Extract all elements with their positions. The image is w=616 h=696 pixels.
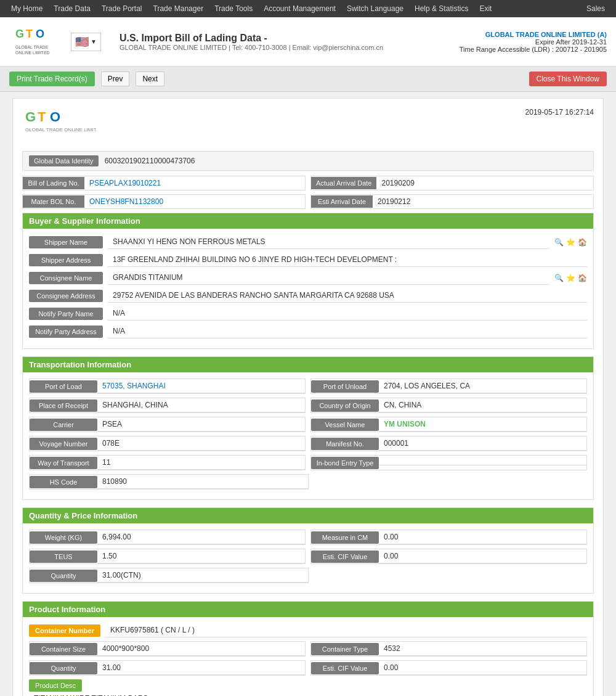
bol-field: Bill of Lading No. PSEAPLAX19010221 xyxy=(22,176,306,190)
weight-value: 6,994.00 xyxy=(97,530,305,544)
shipper-name-label: Shipper Name xyxy=(29,236,103,248)
inbond-entry-field: In-bond Entry Type xyxy=(310,455,587,470)
home-icon[interactable]: 🏠 xyxy=(578,238,587,247)
way-of-transport-value: 11 xyxy=(97,456,305,470)
svg-text:O: O xyxy=(36,28,44,40)
product-desc-value: TITANIUM WIRE TITANIUM BARS xyxy=(29,692,587,696)
container-type-value: 4532 xyxy=(379,642,586,656)
top-navigation: My Home Trade Data Trade Portal Trade Ma… xyxy=(0,0,616,17)
nav-trade-tools[interactable]: Trade Tools xyxy=(209,1,257,16)
main-content: G T O GLOBAL TRADE ONLINE LIMITED 2019-0… xyxy=(12,98,604,696)
measure-field: Measure in CM 0.00 xyxy=(310,530,587,545)
consignee-name-icons: 🔍 ⭐ 🏠 xyxy=(554,274,587,282)
notify-party-address-value: N/A xyxy=(108,324,587,338)
container-number-row: Container Number KKFU6975861 ( CN / L / … xyxy=(29,623,587,637)
nav-trade-manager[interactable]: Trade Manager xyxy=(148,1,209,16)
product-esti-cif-label: Esti. CIF Value xyxy=(311,662,379,674)
qty-esti-cif-field: Esti. CIF Value 0.00 xyxy=(310,549,587,564)
form-logo: G T O GLOBAL TRADE ONLINE LIMITED xyxy=(22,108,96,142)
form-header: G T O GLOBAL TRADE ONLINE LIMITED 2019-0… xyxy=(22,108,594,142)
next-button-top[interactable]: Next xyxy=(136,72,164,86)
manifest-no-label: Manifest No. xyxy=(311,438,379,450)
container-number-btn[interactable]: Container Number xyxy=(29,624,100,637)
product-section: Product Information Container Number KKF… xyxy=(22,601,594,696)
shipper-name-icons: 🔍 ⭐ 🏠 xyxy=(554,238,587,247)
teus-label: TEUS xyxy=(30,551,97,563)
vessel-name-label: Vessel Name xyxy=(311,419,379,431)
measure-label: Measure in CM xyxy=(311,531,379,544)
flag-selector[interactable]: 🇺🇸 ▼ xyxy=(71,33,101,51)
container-number-value: KKFU6975861 ( CN / L / ) xyxy=(105,623,587,637)
port-of-unload-value: 2704, LOS ANGELES, CA xyxy=(379,379,586,393)
vessel-name-field: Vessel Name YM UNISON xyxy=(310,417,587,432)
bol-label: Bill of Lading No. xyxy=(23,177,84,189)
consignee-search-icon[interactable]: 🔍 xyxy=(554,274,564,282)
qty-value: 31.00(CTN) xyxy=(97,568,308,583)
notify-party-address-row: Notify Party Address N/A xyxy=(29,324,587,338)
nav-trade-portal[interactable]: Trade Portal xyxy=(97,1,147,16)
nav-exit[interactable]: Exit xyxy=(474,1,496,16)
master-bol-label: Mater BOL No. xyxy=(23,195,84,208)
master-bol-field: Mater BOL No. ONEYSH8FN1132800 xyxy=(22,194,306,209)
nav-help-statistics[interactable]: Help & Statistics xyxy=(410,1,473,16)
hs-code-field: HS Code 810890 xyxy=(29,474,309,489)
notify-party-address-label: Notify Party Address xyxy=(29,325,103,338)
header-title: U.S. Import Bill of Lading Data - GLOBAL… xyxy=(120,33,383,51)
product-desc-row: Product Desc TITANIUM WIRE TITANIUM BARS xyxy=(29,679,587,696)
nav-sales[interactable]: Sales xyxy=(582,1,610,16)
svg-text:T: T xyxy=(38,109,46,125)
container-size-label: Container Size xyxy=(30,643,97,655)
qty-esti-cif-label: Esti. CIF Value xyxy=(311,551,379,563)
inbond-entry-label: In-bond Entry Type xyxy=(311,457,379,469)
prev-button-top[interactable]: Prev xyxy=(101,72,130,86)
logo: G T O GLOBAL TRADE ONLINE LIMITED xyxy=(9,22,65,61)
notify-party-name-row: Notify Party Name N/A xyxy=(29,306,587,321)
svg-text:ONLINE LIMITED: ONLINE LIMITED xyxy=(15,51,50,55)
svg-text:T: T xyxy=(26,28,33,40)
svg-text:GLOBAL TRADE: GLOBAL TRADE xyxy=(15,45,49,49)
product-body: Container Number KKFU6975861 ( CN / L / … xyxy=(23,617,593,696)
actual-arrival-value: 20190209 xyxy=(376,176,593,190)
nav-account-management[interactable]: Account Management xyxy=(259,1,341,16)
shipper-name-row: Shipper Name SHAANXI YI HENG NON FERROUS… xyxy=(29,235,587,249)
global-data-identity-row: Global Data Identity 6003201902110000473… xyxy=(22,151,594,171)
star-icon[interactable]: ⭐ xyxy=(566,238,575,247)
svg-text:O: O xyxy=(50,109,60,125)
page-title: U.S. Import Bill of Lading Data - xyxy=(120,33,383,44)
transportation-body: Port of Load 57035, SHANGHAI Port of Unl… xyxy=(23,372,593,499)
bol-row: Bill of Lading No. PSEAPLAX19010221 Actu… xyxy=(22,176,594,190)
quantity-body: Weight (KG) 6,994.00 Measure in CM 0.00 … xyxy=(23,523,593,593)
close-button-top[interactable]: Close This Window xyxy=(529,72,607,86)
shipper-address-row: Shipper Address 13F GREENLAND ZHIHAI BUI… xyxy=(29,253,587,267)
carrier-field: Carrier PSEA xyxy=(29,417,306,432)
consignee-home-icon[interactable]: 🏠 xyxy=(578,274,587,282)
consignee-name-value: GRANDIS TITANIUM xyxy=(108,271,549,285)
search-icon[interactable]: 🔍 xyxy=(554,238,564,247)
product-qty-value: 31.00 xyxy=(97,661,305,675)
voyage-number-value: 078E xyxy=(97,436,305,451)
place-of-receipt-value: SHANGHAI, CHINA xyxy=(97,398,305,412)
logo-area: G T O GLOBAL TRADE ONLINE LIMITED 🇺🇸 ▼ U… xyxy=(9,22,383,61)
actual-arrival-label: Actual Arrival Date xyxy=(311,177,376,189)
nav-switch-language[interactable]: Switch Language xyxy=(342,1,408,16)
print-button-top[interactable]: Print Trade Record(s) xyxy=(9,72,95,86)
product-desc-btn[interactable]: Product Desc xyxy=(29,679,82,692)
ldr-range: Time Range Accessible (LDR) : 200712 - 2… xyxy=(460,46,607,53)
nav-menu: My Home Trade Data Trade Portal Trade Ma… xyxy=(6,1,496,16)
place-of-receipt-field: Place of Receipt SHANGHAI, CHINA xyxy=(29,398,306,413)
svg-text:GLOBAL TRADE ONLINE LIMITED: GLOBAL TRADE ONLINE LIMITED xyxy=(25,127,96,133)
nav-my-home[interactable]: My Home xyxy=(6,1,47,16)
svg-text:G: G xyxy=(15,28,24,40)
company-name: GLOBAL TRADE ONLINE LIMITED (A) xyxy=(460,31,607,38)
form-date: 2019-05-17 16:27:14 xyxy=(525,108,594,117)
inbond-entry-value xyxy=(379,460,586,465)
master-bol-row: Mater BOL No. ONEYSH8FN1132800 Esti Arri… xyxy=(22,194,594,209)
vessel-name-value: YM UNISON xyxy=(379,417,586,432)
place-of-receipt-label: Place of Receipt xyxy=(30,399,97,412)
global-data-identity-label: Global Data Identity xyxy=(29,155,99,166)
nav-trade-data[interactable]: Trade Data xyxy=(49,1,95,16)
consignee-star-icon[interactable]: ⭐ xyxy=(566,274,575,282)
consignee-address-label: Consignee Address xyxy=(29,290,103,302)
company-info: GLOBAL TRADE ONLINE LIMITED | Tel: 400-7… xyxy=(120,44,383,51)
teus-value: 1.50 xyxy=(97,549,305,563)
